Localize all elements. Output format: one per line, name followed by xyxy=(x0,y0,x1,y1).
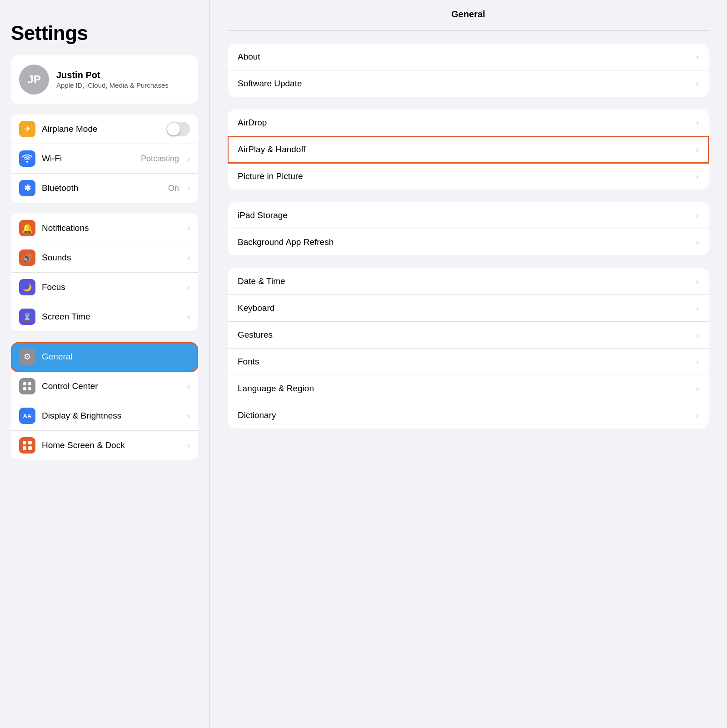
svg-rect-2 xyxy=(23,387,26,390)
wifi-label: Wi-Fi xyxy=(42,154,134,164)
screen-time-label: Screen Time xyxy=(42,312,181,322)
right-row-software-update[interactable]: Software Update › xyxy=(228,70,709,97)
right-row-airplay-handoff[interactable]: AirPlay & Handoff › xyxy=(228,136,709,163)
profile-subtitle: Apple ID, iCloud, Media & Purchases xyxy=(56,81,169,89)
avatar: JP xyxy=(19,65,49,95)
airplane-mode-label: Airplane Mode xyxy=(42,124,160,134)
home-screen-icon xyxy=(19,437,35,454)
dictionary-chevron: › xyxy=(696,411,699,420)
ipad-storage-chevron: › xyxy=(696,211,699,220)
connectivity-group: ✈ Airplane Mode Wi-Fi Potcasting › ✱ Blu… xyxy=(11,115,198,203)
sounds-chevron: › xyxy=(187,253,190,263)
screen-time-chevron: › xyxy=(187,312,190,322)
home-screen-chevron: › xyxy=(187,441,190,450)
sidebar-item-display-brightness[interactable]: AA Display & Brightness › xyxy=(11,401,198,431)
background-app-refresh-chevron: › xyxy=(696,238,699,247)
control-center-label: Control Center xyxy=(42,381,181,391)
background-app-refresh-label: Background App Refresh xyxy=(238,237,696,247)
right-row-date-time[interactable]: Date & Time › xyxy=(228,268,709,295)
profile-info: Justin Pot Apple ID, iCloud, Media & Pur… xyxy=(56,70,169,89)
right-row-background-app-refresh[interactable]: Background App Refresh › xyxy=(228,229,709,255)
display-brightness-label: Display & Brightness xyxy=(42,411,181,421)
left-panel: Settings JP Justin Pot Apple ID, iCloud,… xyxy=(0,0,209,728)
sounds-icon: 🔊 xyxy=(19,249,35,266)
right-row-keyboard[interactable]: Keyboard › xyxy=(228,295,709,322)
sidebar-item-general[interactable]: ⚙ General xyxy=(11,342,198,372)
toggle-knob xyxy=(167,123,180,135)
right-row-about[interactable]: About › xyxy=(228,44,709,70)
airdrop-label: AirDrop xyxy=(238,118,696,128)
display-brightness-chevron: › xyxy=(187,411,190,421)
screen-time-icon: ⏳ xyxy=(19,309,35,325)
gestures-label: Gestures xyxy=(238,330,696,340)
notifications-label: Notifications xyxy=(42,223,181,233)
about-chevron: › xyxy=(696,52,699,62)
sidebar-item-bluetooth[interactable]: ✱ Bluetooth On › xyxy=(11,174,198,203)
airplane-mode-toggle[interactable] xyxy=(166,122,190,136)
gestures-chevron: › xyxy=(696,330,699,340)
sounds-label: Sounds xyxy=(42,253,181,263)
sidebar-item-airplane-mode[interactable]: ✈ Airplane Mode xyxy=(11,115,198,144)
general-group-3: iPad Storage › Background App Refresh › xyxy=(228,202,709,255)
software-update-label: Software Update xyxy=(238,79,696,89)
language-region-chevron: › xyxy=(696,384,699,394)
general-group-2: AirDrop › AirPlay & Handoff › Picture in… xyxy=(228,110,709,189)
bluetooth-value: On xyxy=(168,184,179,193)
svg-rect-1 xyxy=(28,382,31,385)
notifications-icon: 🔔 xyxy=(19,220,35,236)
keyboard-chevron: › xyxy=(696,304,699,313)
airdrop-chevron: › xyxy=(696,118,699,128)
sidebar-item-screen-time[interactable]: ⏳ Screen Time › xyxy=(11,302,198,331)
display-brightness-icon: AA xyxy=(19,408,35,424)
right-row-ipad-storage[interactable]: iPad Storage › xyxy=(228,202,709,229)
right-panel-header: General xyxy=(228,0,709,31)
wifi-value: Potcasting xyxy=(141,154,179,164)
right-panel: General About › Software Update › AirDro… xyxy=(209,0,727,728)
sidebar-item-control-center[interactable]: Control Center › xyxy=(11,372,198,401)
sidebar-item-home-screen[interactable]: Home Screen & Dock › xyxy=(11,431,198,460)
focus-chevron: › xyxy=(187,283,190,292)
svg-rect-5 xyxy=(28,441,32,444)
control-center-icon xyxy=(19,378,35,394)
date-time-label: Date & Time xyxy=(238,276,696,286)
settings-title: Settings xyxy=(11,22,198,45)
general-group-1: About › Software Update › xyxy=(228,44,709,97)
airplay-handoff-label: AirPlay & Handoff xyxy=(238,145,696,155)
sidebar-item-focus[interactable]: 🌙 Focus › xyxy=(11,273,198,302)
bluetooth-label: Bluetooth xyxy=(42,183,162,193)
right-row-picture-in-picture[interactable]: Picture in Picture › xyxy=(228,163,709,189)
system-group: ⚙ General Control Center › AA Display & … xyxy=(11,342,198,460)
language-region-label: Language & Region xyxy=(238,384,696,394)
right-row-fonts[interactable]: Fonts › xyxy=(228,349,709,375)
svg-rect-7 xyxy=(28,446,32,450)
sidebar-item-wifi[interactable]: Wi-Fi Potcasting › xyxy=(11,144,198,174)
focus-icon: 🌙 xyxy=(19,279,35,295)
fonts-chevron: › xyxy=(696,357,699,367)
about-label: About xyxy=(238,52,696,62)
right-row-dictionary[interactable]: Dictionary › xyxy=(228,402,709,429)
ipad-storage-label: iPad Storage xyxy=(238,210,696,220)
svg-rect-3 xyxy=(28,387,31,390)
keyboard-label: Keyboard xyxy=(238,303,696,313)
svg-rect-4 xyxy=(23,441,26,444)
profile-card[interactable]: JP Justin Pot Apple ID, iCloud, Media & … xyxy=(11,55,198,104)
software-update-chevron: › xyxy=(696,79,699,89)
general-icon: ⚙ xyxy=(19,349,35,365)
notifications-chevron: › xyxy=(187,224,190,233)
control-center-chevron: › xyxy=(187,382,190,391)
sidebar-item-sounds[interactable]: 🔊 Sounds › xyxy=(11,243,198,273)
svg-rect-6 xyxy=(23,446,26,450)
svg-rect-0 xyxy=(23,382,26,385)
right-row-language-region[interactable]: Language & Region › xyxy=(228,375,709,402)
notifications-group: 🔔 Notifications › 🔊 Sounds › 🌙 Focus › ⏳… xyxy=(11,214,198,331)
general-label: General xyxy=(42,352,190,362)
wifi-icon xyxy=(19,150,35,167)
right-row-airdrop[interactable]: AirDrop › xyxy=(228,110,709,136)
right-row-gestures[interactable]: Gestures › xyxy=(228,322,709,349)
bluetooth-icon: ✱ xyxy=(19,180,35,196)
fonts-label: Fonts xyxy=(238,357,696,367)
focus-label: Focus xyxy=(42,282,181,292)
sidebar-item-notifications[interactable]: 🔔 Notifications › xyxy=(11,214,198,243)
picture-in-picture-label: Picture in Picture xyxy=(238,171,696,181)
profile-name: Justin Pot xyxy=(56,70,169,80)
